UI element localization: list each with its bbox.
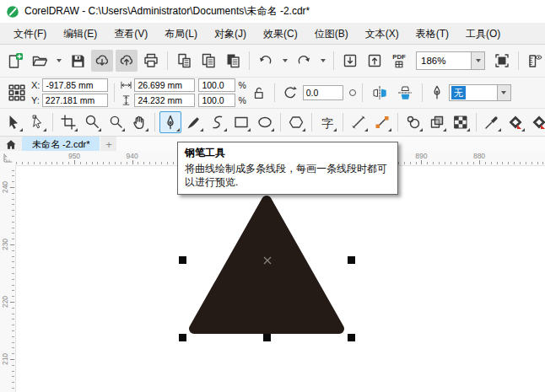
ruler-major-tick <box>132 160 133 164</box>
outline-width-value[interactable]: 无 <box>449 84 498 101</box>
ruler-tick <box>12 371 14 372</box>
x-position-input[interactable] <box>42 78 108 92</box>
pattern-fill-tool[interactable] <box>450 111 472 133</box>
menu-item-4[interactable]: 对象(J) <box>206 24 255 44</box>
angle-input[interactable] <box>303 85 343 100</box>
menu-item-3[interactable]: 布局(L) <box>156 24 206 44</box>
undo-dropdown[interactable] <box>279 50 290 72</box>
show-rulers-button[interactable] <box>524 50 545 72</box>
ruler-tick <box>12 347 14 348</box>
full-screen-preview-button[interactable] <box>491 50 513 72</box>
ruler-tick <box>491 162 492 164</box>
ruler-tick <box>97 162 98 164</box>
menu-item-8[interactable]: 表格(T) <box>407 24 457 44</box>
object-position-widget[interactable] <box>6 82 28 104</box>
object-height-input[interactable] <box>134 94 195 107</box>
polygon-tool[interactable] <box>285 111 307 133</box>
undo-button[interactable] <box>255 50 277 72</box>
lock-ratio-button[interactable] <box>250 82 268 104</box>
interactive-fill-tool[interactable] <box>505 111 526 133</box>
scale-h-input[interactable] <box>198 78 235 92</box>
ruler-tick <box>12 228 14 228</box>
open-button[interactable] <box>29 50 51 72</box>
paste-icon <box>175 52 192 69</box>
zoom-level-input[interactable] <box>416 51 471 70</box>
ruler-tick <box>12 210 14 211</box>
crop-tool[interactable] <box>57 111 79 133</box>
zoom-tool[interactable] <box>81 111 103 133</box>
separator <box>274 83 275 102</box>
vertical-ruler[interactable]: 240230220210 <box>0 165 16 392</box>
ruler-tick <box>12 330 14 331</box>
ruler-tick <box>12 261 14 262</box>
pen-tool[interactable] <box>159 111 181 133</box>
outline-width-dropdown[interactable] <box>498 84 511 101</box>
line-tool[interactable] <box>348 111 370 133</box>
fill-diamond-icon <box>507 114 524 131</box>
duplicate-button[interactable] <box>222 50 244 72</box>
transparency-tool[interactable] <box>426 111 448 133</box>
ruler-label: 240 <box>1 179 9 196</box>
save-button[interactable] <box>67 50 89 72</box>
redo-button[interactable] <box>293 50 315 72</box>
menu-item-6[interactable]: 位图(B) <box>306 24 357 44</box>
smart-fill-tool[interactable] <box>528 111 545 133</box>
copy-button[interactable] <box>197 50 219 72</box>
coreldraw-logo-icon <box>6 5 19 19</box>
ruler-tick <box>12 233 14 234</box>
zoom-alt-tool[interactable] <box>105 111 127 133</box>
shape-tool[interactable] <box>26 111 48 133</box>
menu-item-2[interactable]: 查看(V) <box>105 24 156 44</box>
shadow-tool[interactable] <box>402 111 424 133</box>
new-document-button[interactable] <box>4 50 26 72</box>
scale-v-input[interactable] <box>198 94 235 107</box>
menu-item-1[interactable]: 编辑(E) <box>55 24 105 44</box>
menu-item-0[interactable]: 文件(F) <box>5 24 55 44</box>
ruler-major-tick <box>479 160 480 164</box>
mirror-vertical-button[interactable] <box>394 82 416 104</box>
mirror-horizontal-button[interactable] <box>369 82 391 104</box>
ruler-tick <box>12 365 14 366</box>
object-width-input[interactable] <box>134 78 195 92</box>
ruler-tick <box>12 216 14 217</box>
scale-fields: % % <box>198 78 246 107</box>
ruler-label: 210 <box>1 351 9 368</box>
export-button[interactable] <box>364 50 386 72</box>
b-spline-tool[interactable] <box>207 111 229 133</box>
rectangle-tool[interactable] <box>230 111 252 133</box>
cloud-upload-button[interactable] <box>116 50 138 72</box>
color-eyedropper-tool[interactable] <box>481 111 503 133</box>
open-dropdown[interactable] <box>53 50 64 72</box>
svg-text:字: 字 <box>321 116 333 130</box>
artistic-media-tool[interactable] <box>183 111 205 133</box>
cloud-download-button[interactable] <box>91 50 113 72</box>
publish-pdf-button[interactable]: PDF <box>388 50 410 72</box>
separator <box>362 83 363 102</box>
ruler-tick <box>155 162 156 164</box>
y-position-input[interactable] <box>42 94 108 107</box>
text-tool[interactable]: 字 <box>316 111 338 133</box>
connector-tool[interactable] <box>371 111 393 133</box>
ruler-tick <box>12 325 14 325</box>
ruler-tick <box>12 175 14 176</box>
standard-toolbar: PDF <box>0 45 545 78</box>
paste-button[interactable] <box>173 50 195 72</box>
print-button[interactable] <box>140 50 162 72</box>
menu-item-9[interactable]: 工具(O) <box>457 24 509 44</box>
pick-tool[interactable] <box>3 111 24 133</box>
redo-dropdown[interactable] <box>317 50 328 72</box>
ruler-label: 230 <box>1 236 9 253</box>
pan-tool[interactable] <box>128 111 150 133</box>
ellipse-tool[interactable] <box>254 111 276 133</box>
ruler-tick <box>12 239 14 239</box>
zoom-level-dropdown[interactable] <box>471 51 485 70</box>
menu-item-7[interactable]: 文本(X) <box>357 24 407 44</box>
menu-item-5[interactable]: 效果(C) <box>255 24 306 44</box>
import-button[interactable] <box>339 50 361 72</box>
ruler-tick <box>12 170 14 171</box>
ruler-tick <box>12 199 14 200</box>
size-fields <box>121 78 195 107</box>
drawing-canvas[interactable] <box>16 166 545 392</box>
ruler-origin[interactable] <box>0 151 16 166</box>
pick-tool-icon <box>5 114 22 131</box>
